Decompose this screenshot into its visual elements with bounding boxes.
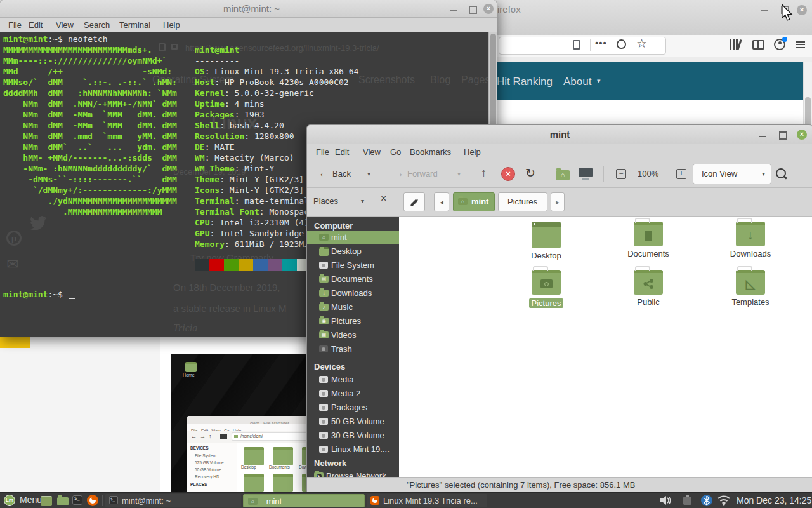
- sidebar-item-file-system[interactable]: File System: [307, 258, 399, 272]
- show-desktop-icon[interactable]: [41, 496, 52, 506]
- menu-terminal[interactable]: Terminal: [119, 20, 150, 30]
- filemanager-content[interactable]: Desktop Documents ↓ Downloads ♪ Music Pi…: [399, 217, 812, 477]
- file-pictures-selected[interactable]: Pictures: [508, 270, 584, 309]
- sidebar-item-music[interactable]: ♪Music: [307, 300, 399, 314]
- menu-help[interactable]: Help: [163, 20, 180, 30]
- menu-file[interactable]: File: [8, 20, 22, 30]
- close-icon[interactable]: ×: [483, 4, 494, 14]
- sidebars-icon[interactable]: [752, 40, 764, 50]
- page-actions-icon[interactable]: •••: [595, 37, 607, 48]
- breadcrumb-label: Pictures: [508, 197, 537, 206]
- filemanager-toolbar: ← Back ▾ → Forward ▾ ↑ × ↻ ⌂ − 100% + Ic…: [307, 161, 812, 188]
- zoom-out-icon[interactable]: −: [616, 169, 626, 179]
- menu-bookmarks[interactable]: Bookmarks: [410, 147, 451, 157]
- file-downloads[interactable]: ↓ Downloads: [712, 222, 789, 258]
- breadcrumb-pictures[interactable]: Pictures: [498, 192, 547, 211]
- screenshot-path: /home/clem/: [240, 434, 263, 438]
- menu-edit[interactable]: Edit: [335, 147, 349, 157]
- sidebar-pane-title[interactable]: Places: [313, 196, 338, 206]
- terminal-scrollbar-thumb[interactable]: [490, 34, 496, 129]
- ghost-paragraph: Tricia: [173, 323, 197, 334]
- edit-location-button[interactable]: [403, 192, 425, 211]
- templates-folder-icon: ◺: [736, 270, 765, 295]
- site-nav-hit-ranking[interactable]: Hit Ranking: [497, 76, 553, 88]
- taskbar-item-firefox[interactable]: Linux Mint 19.3 Tricia re...: [367, 494, 487, 507]
- breadcrumb-scroll-right[interactable]: ▸: [551, 192, 565, 211]
- sidebar-item-documents[interactable]: ▤Documents: [307, 272, 399, 286]
- sidebar-item-30gb-volume[interactable]: 30 GB Volume: [307, 429, 399, 443]
- library-icon[interactable]: [730, 39, 740, 53]
- chevron-down-icon[interactable]: ▾: [361, 197, 364, 204]
- breadcrumb-mint[interactable]: ⌂ mint: [453, 192, 495, 211]
- sidebar-item-linux-mint-19[interactable]: Linux Mint 19....: [307, 443, 399, 457]
- pocket-icon[interactable]: [617, 39, 626, 49]
- volume-icon[interactable]: [660, 495, 672, 508]
- menu-go[interactable]: Go: [390, 147, 401, 157]
- stop-icon[interactable]: ×: [501, 167, 515, 181]
- view-mode-dropdown[interactable]: Icon View ▾: [693, 164, 771, 184]
- sidebar-item-packages[interactable]: Packages: [307, 401, 399, 415]
- maximize-icon[interactable]: [469, 6, 477, 14]
- home-folder-icon[interactable]: ⌂: [556, 169, 570, 180]
- bluetooth-icon[interactable]: [701, 495, 712, 506]
- menu-help[interactable]: Help: [464, 147, 481, 157]
- sidebar-item-trash[interactable]: Trash: [307, 342, 399, 356]
- minimize-icon[interactable]: [761, 10, 768, 11]
- search-icon[interactable]: [776, 168, 786, 178]
- menu-search[interactable]: Search: [84, 20, 110, 30]
- taskbar-item-terminal[interactable]: $_ mint@mint: ~: [105, 494, 241, 507]
- menu-view[interactable]: View: [363, 147, 381, 157]
- back-button[interactable]: Back: [332, 169, 351, 178]
- breadcrumb-scroll-left[interactable]: ◂: [434, 192, 449, 211]
- sidebar-item-50gb-volume[interactable]: 50 GB Volume: [307, 415, 399, 429]
- close-icon[interactable]: ×: [797, 130, 807, 140]
- computer-icon[interactable]: [579, 168, 593, 180]
- hamburger-menu-icon[interactable]: [796, 39, 805, 50]
- close-sidebar-icon[interactable]: ×: [381, 193, 386, 204]
- reader-mode-icon[interactable]: [573, 40, 580, 50]
- sidebar-item-videos[interactable]: ▦Videos: [307, 328, 399, 342]
- close-icon[interactable]: ×: [797, 5, 807, 15]
- forward-arrow-icon[interactable]: →: [393, 167, 404, 180]
- menu-button[interactable]: Menu: [20, 495, 42, 505]
- sidebar-item-browse-network[interactable]: ➤Browse Network: [307, 469, 399, 477]
- up-arrow-icon[interactable]: ↑: [481, 166, 487, 180]
- sidebar-item-pictures[interactable]: ◉Pictures: [307, 314, 399, 328]
- menu-edit[interactable]: Edit: [29, 20, 43, 30]
- sidebar-item-mint[interactable]: ⌂mint: [307, 231, 399, 244]
- forward-button[interactable]: Forward: [407, 169, 438, 178]
- sidebar-item-downloads[interactable]: ↓Downloads: [307, 286, 399, 300]
- files-launcher-icon[interactable]: [57, 495, 69, 507]
- terminal-titlebar[interactable]: mint@mint: ~ ×: [0, 0, 497, 18]
- minimize-icon[interactable]: [450, 10, 457, 11]
- file-documents[interactable]: Documents: [610, 222, 686, 258]
- screenshot-device: Recovery HD: [195, 474, 219, 479]
- mint-menu-icon[interactable]: Lm: [4, 495, 15, 506]
- refresh-icon[interactable]: ↻: [525, 166, 535, 180]
- maximize-icon[interactable]: [779, 131, 787, 140]
- minimize-icon[interactable]: [759, 136, 766, 137]
- firefox-launcher-icon[interactable]: [87, 495, 98, 506]
- forward-dropdown-icon[interactable]: ▾: [457, 170, 461, 177]
- menu-view[interactable]: View: [56, 20, 74, 30]
- taskbar-item-filemanager-active[interactable]: ⌂ mint: [243, 494, 365, 507]
- battery-icon[interactable]: [683, 497, 691, 505]
- terminal-prompt-line: mint@mint:~$neofetch: [3, 34, 108, 44]
- bookmark-star-icon[interactable]: ☆: [636, 36, 647, 51]
- file-public[interactable]: Public: [610, 270, 686, 307]
- wifi-icon[interactable]: [717, 495, 731, 508]
- file-templates[interactable]: ◺ Templates: [712, 270, 789, 307]
- share-sms-button[interactable]: [0, 337, 30, 348]
- sidebar-item-media-2[interactable]: Media 2: [307, 387, 399, 401]
- menu-file[interactable]: File: [316, 147, 329, 157]
- back-dropdown-icon[interactable]: ▾: [367, 170, 370, 177]
- zoom-in-icon[interactable]: +: [676, 169, 686, 179]
- sidebar-item-media[interactable]: Media: [307, 373, 399, 387]
- terminal-launcher-icon[interactable]: $_: [72, 495, 82, 505]
- site-nav-about[interactable]: About: [563, 76, 591, 88]
- back-arrow-icon[interactable]: ←: [318, 167, 329, 180]
- taskbar-item-label: mint@mint: ~: [122, 496, 171, 505]
- file-desktop[interactable]: Desktop: [508, 222, 584, 260]
- urlbar-divider: [590, 39, 591, 51]
- sidebar-item-desktop[interactable]: Desktop: [307, 244, 399, 258]
